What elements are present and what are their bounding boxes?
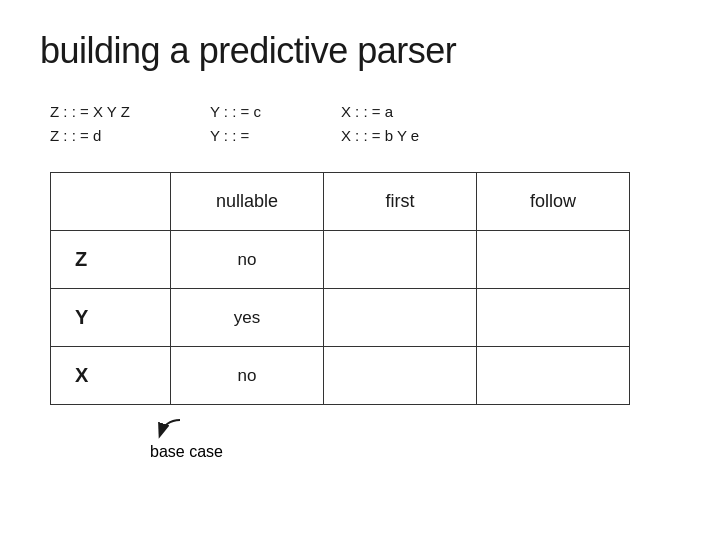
base-case-wrapper: base case bbox=[150, 415, 223, 461]
table-area: nullable first follow Z no Y yes bbox=[50, 172, 680, 461]
follow-Z bbox=[477, 231, 630, 289]
base-case-arrow-icon bbox=[150, 415, 200, 443]
table-row: X no bbox=[51, 347, 630, 405]
header-follow: follow bbox=[477, 173, 630, 231]
grammar-block-1: Z : : = X Y Z Z : : = d bbox=[50, 100, 130, 148]
page: building a predictive parser Z : : = X Y… bbox=[0, 0, 720, 540]
grammar-rule-6: X : : = b Y e bbox=[341, 124, 419, 148]
first-Y bbox=[324, 289, 477, 347]
grammar-rule-3: Y : : = c bbox=[210, 100, 261, 124]
grammar-rule-1: Z : : = X Y Z bbox=[50, 100, 130, 124]
symbol-X: X bbox=[51, 347, 171, 405]
symbol-Y: Y bbox=[51, 289, 171, 347]
grammar-rule-4: Y : : = bbox=[210, 124, 261, 148]
nullable-Y: yes bbox=[171, 289, 324, 347]
grammar-block-3: X : : = a X : : = b Y e bbox=[341, 100, 419, 148]
grammar-rule-2: Z : : = d bbox=[50, 124, 130, 148]
first-X bbox=[324, 347, 477, 405]
header-symbol bbox=[51, 173, 171, 231]
symbol-Z: Z bbox=[51, 231, 171, 289]
nullable-X: no bbox=[171, 347, 324, 405]
grammar-block-2: Y : : = c Y : : = bbox=[210, 100, 261, 148]
parser-table: nullable first follow Z no Y yes bbox=[50, 172, 630, 405]
header-first: first bbox=[324, 173, 477, 231]
grammar-rule-5: X : : = a bbox=[341, 100, 419, 124]
page-title: building a predictive parser bbox=[40, 30, 680, 72]
base-case-label: base case bbox=[150, 443, 223, 460]
table-header-row: nullable first follow bbox=[51, 173, 630, 231]
table-row: Y yes bbox=[51, 289, 630, 347]
table-row: Z no bbox=[51, 231, 630, 289]
follow-Y bbox=[477, 289, 630, 347]
nullable-Z: no bbox=[171, 231, 324, 289]
header-nullable: nullable bbox=[171, 173, 324, 231]
grammar-section: Z : : = X Y Z Z : : = d Y : : = c Y : : … bbox=[50, 100, 680, 148]
follow-X bbox=[477, 347, 630, 405]
first-Z bbox=[324, 231, 477, 289]
